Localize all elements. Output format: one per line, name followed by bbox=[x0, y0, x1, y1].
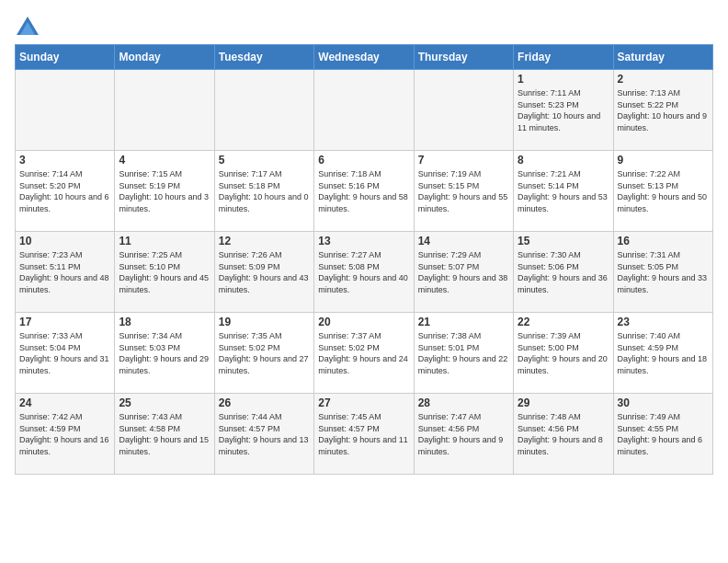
day-content: Sunrise: 7:30 AM Sunset: 5:06 PM Dayligh… bbox=[518, 249, 609, 295]
day-number: 16 bbox=[618, 235, 709, 247]
day-content: Sunrise: 7:26 AM Sunset: 5:09 PM Dayligh… bbox=[219, 249, 310, 295]
header-sunday: Sunday bbox=[16, 45, 115, 70]
calendar-cell: 16Sunrise: 7:31 AM Sunset: 5:05 PM Dayli… bbox=[613, 232, 712, 313]
calendar-cell: 15Sunrise: 7:30 AM Sunset: 5:06 PM Dayli… bbox=[514, 232, 613, 313]
calendar-cell: 3Sunrise: 7:14 AM Sunset: 5:20 PM Daylig… bbox=[16, 151, 115, 232]
day-content: Sunrise: 7:40 AM Sunset: 4:59 PM Dayligh… bbox=[618, 330, 709, 376]
day-content: Sunrise: 7:13 AM Sunset: 5:22 PM Dayligh… bbox=[618, 87, 709, 133]
calendar-cell: 9Sunrise: 7:22 AM Sunset: 5:13 PM Daylig… bbox=[613, 151, 712, 232]
calendar-cell: 30Sunrise: 7:49 AM Sunset: 4:55 PM Dayli… bbox=[613, 394, 712, 475]
day-number: 13 bbox=[318, 235, 409, 247]
day-number: 14 bbox=[418, 235, 509, 247]
day-number: 20 bbox=[318, 316, 409, 328]
header-thursday: Thursday bbox=[414, 45, 513, 70]
header-saturday: Saturday bbox=[613, 45, 712, 70]
calendar-cell bbox=[16, 70, 115, 151]
calendar-cell bbox=[314, 70, 414, 151]
day-number: 19 bbox=[219, 316, 310, 328]
day-number: 28 bbox=[418, 396, 509, 409]
day-number: 7 bbox=[418, 154, 509, 167]
calendar-cell: 8Sunrise: 7:21 AM Sunset: 5:14 PM Daylig… bbox=[514, 151, 613, 232]
day-number: 25 bbox=[119, 396, 210, 409]
calendar-cell: 1Sunrise: 7:11 AM Sunset: 5:23 PM Daylig… bbox=[514, 70, 613, 151]
calendar-cell: 18Sunrise: 7:34 AM Sunset: 5:03 PM Dayli… bbox=[115, 313, 214, 394]
day-number: 9 bbox=[618, 154, 709, 167]
header-friday: Friday bbox=[514, 45, 613, 70]
day-number: 27 bbox=[318, 396, 409, 409]
calendar-cell: 26Sunrise: 7:44 AM Sunset: 4:57 PM Dayli… bbox=[214, 394, 313, 475]
day-number: 29 bbox=[518, 396, 609, 409]
day-number: 10 bbox=[19, 235, 110, 247]
calendar-cell: 2Sunrise: 7:13 AM Sunset: 5:22 PM Daylig… bbox=[613, 70, 712, 151]
day-number: 4 bbox=[119, 154, 210, 167]
week-row-4: 17Sunrise: 7:33 AM Sunset: 5:04 PM Dayli… bbox=[16, 313, 713, 394]
calendar-cell bbox=[115, 70, 214, 151]
day-content: Sunrise: 7:21 AM Sunset: 5:14 PM Dayligh… bbox=[518, 168, 609, 214]
header-wednesday: Wednesday bbox=[314, 45, 414, 70]
calendar-cell bbox=[214, 70, 313, 151]
calendar-cell: 14Sunrise: 7:29 AM Sunset: 5:07 PM Dayli… bbox=[414, 232, 513, 313]
calendar-cell: 29Sunrise: 7:48 AM Sunset: 4:56 PM Dayli… bbox=[514, 394, 613, 475]
logo bbox=[15, 15, 44, 40]
day-content: Sunrise: 7:31 AM Sunset: 5:05 PM Dayligh… bbox=[618, 249, 709, 295]
calendar-cell: 23Sunrise: 7:40 AM Sunset: 4:59 PM Dayli… bbox=[613, 313, 712, 394]
day-number: 24 bbox=[19, 396, 110, 409]
header-tuesday: Tuesday bbox=[214, 45, 313, 70]
day-number: 8 bbox=[518, 154, 609, 167]
day-number: 1 bbox=[518, 73, 609, 86]
calendar-cell: 5Sunrise: 7:17 AM Sunset: 5:18 PM Daylig… bbox=[214, 151, 313, 232]
day-content: Sunrise: 7:39 AM Sunset: 5:00 PM Dayligh… bbox=[518, 330, 609, 376]
day-content: Sunrise: 7:37 AM Sunset: 5:02 PM Dayligh… bbox=[318, 330, 409, 376]
calendar-cell: 22Sunrise: 7:39 AM Sunset: 5:00 PM Dayli… bbox=[514, 313, 613, 394]
day-content: Sunrise: 7:47 AM Sunset: 4:56 PM Dayligh… bbox=[418, 411, 509, 457]
page-header bbox=[15, 15, 713, 40]
calendar-cell: 17Sunrise: 7:33 AM Sunset: 5:04 PM Dayli… bbox=[16, 313, 115, 394]
day-content: Sunrise: 7:34 AM Sunset: 5:03 PM Dayligh… bbox=[119, 330, 210, 376]
calendar-cell: 12Sunrise: 7:26 AM Sunset: 5:09 PM Dayli… bbox=[214, 232, 313, 313]
day-content: Sunrise: 7:29 AM Sunset: 5:07 PM Dayligh… bbox=[418, 249, 509, 295]
day-number: 22 bbox=[518, 316, 609, 328]
calendar-cell: 11Sunrise: 7:25 AM Sunset: 5:10 PM Dayli… bbox=[115, 232, 214, 313]
calendar-table: SundayMondayTuesdayWednesdayThursdayFrid… bbox=[15, 44, 713, 475]
day-content: Sunrise: 7:23 AM Sunset: 5:11 PM Dayligh… bbox=[19, 249, 110, 295]
day-content: Sunrise: 7:15 AM Sunset: 5:19 PM Dayligh… bbox=[119, 168, 210, 214]
day-content: Sunrise: 7:38 AM Sunset: 5:01 PM Dayligh… bbox=[418, 330, 509, 376]
day-number: 30 bbox=[618, 396, 709, 409]
day-number: 23 bbox=[618, 316, 709, 328]
calendar-cell: 7Sunrise: 7:19 AM Sunset: 5:15 PM Daylig… bbox=[414, 151, 513, 232]
day-number: 15 bbox=[518, 235, 609, 247]
day-number: 6 bbox=[318, 154, 409, 167]
day-content: Sunrise: 7:33 AM Sunset: 5:04 PM Dayligh… bbox=[19, 330, 110, 376]
day-content: Sunrise: 7:17 AM Sunset: 5:18 PM Dayligh… bbox=[219, 168, 310, 214]
day-content: Sunrise: 7:27 AM Sunset: 5:08 PM Dayligh… bbox=[318, 249, 409, 295]
day-number: 26 bbox=[219, 396, 310, 409]
day-number: 11 bbox=[119, 235, 210, 247]
calendar-cell: 27Sunrise: 7:45 AM Sunset: 4:57 PM Dayli… bbox=[314, 394, 414, 475]
header-monday: Monday bbox=[115, 45, 214, 70]
calendar-cell: 6Sunrise: 7:18 AM Sunset: 5:16 PM Daylig… bbox=[314, 151, 414, 232]
day-content: Sunrise: 7:11 AM Sunset: 5:23 PM Dayligh… bbox=[518, 87, 609, 133]
calendar-cell: 28Sunrise: 7:47 AM Sunset: 4:56 PM Dayli… bbox=[414, 394, 513, 475]
calendar-cell: 20Sunrise: 7:37 AM Sunset: 5:02 PM Dayli… bbox=[314, 313, 414, 394]
calendar-cell: 4Sunrise: 7:15 AM Sunset: 5:19 PM Daylig… bbox=[115, 151, 214, 232]
day-content: Sunrise: 7:44 AM Sunset: 4:57 PM Dayligh… bbox=[219, 411, 310, 457]
week-row-1: 1Sunrise: 7:11 AM Sunset: 5:23 PM Daylig… bbox=[16, 70, 713, 151]
day-content: Sunrise: 7:45 AM Sunset: 4:57 PM Dayligh… bbox=[318, 411, 409, 457]
day-number: 21 bbox=[418, 316, 509, 328]
day-number: 5 bbox=[219, 154, 310, 167]
day-number: 3 bbox=[19, 154, 110, 167]
day-number: 17 bbox=[19, 316, 110, 328]
calendar-header-row: SundayMondayTuesdayWednesdayThursdayFrid… bbox=[16, 45, 713, 70]
calendar-cell: 10Sunrise: 7:23 AM Sunset: 5:11 PM Dayli… bbox=[16, 232, 115, 313]
day-number: 18 bbox=[119, 316, 210, 328]
week-row-2: 3Sunrise: 7:14 AM Sunset: 5:20 PM Daylig… bbox=[16, 151, 713, 232]
day-content: Sunrise: 7:18 AM Sunset: 5:16 PM Dayligh… bbox=[318, 168, 409, 214]
calendar-cell: 21Sunrise: 7:38 AM Sunset: 5:01 PM Dayli… bbox=[414, 313, 513, 394]
day-content: Sunrise: 7:14 AM Sunset: 5:20 PM Dayligh… bbox=[19, 168, 110, 214]
logo-icon bbox=[15, 15, 40, 40]
calendar-cell: 25Sunrise: 7:43 AM Sunset: 4:58 PM Dayli… bbox=[115, 394, 214, 475]
day-content: Sunrise: 7:22 AM Sunset: 5:13 PM Dayligh… bbox=[618, 168, 709, 214]
calendar-cell bbox=[414, 70, 513, 151]
day-content: Sunrise: 7:35 AM Sunset: 5:02 PM Dayligh… bbox=[219, 330, 310, 376]
week-row-3: 10Sunrise: 7:23 AM Sunset: 5:11 PM Dayli… bbox=[16, 232, 713, 313]
